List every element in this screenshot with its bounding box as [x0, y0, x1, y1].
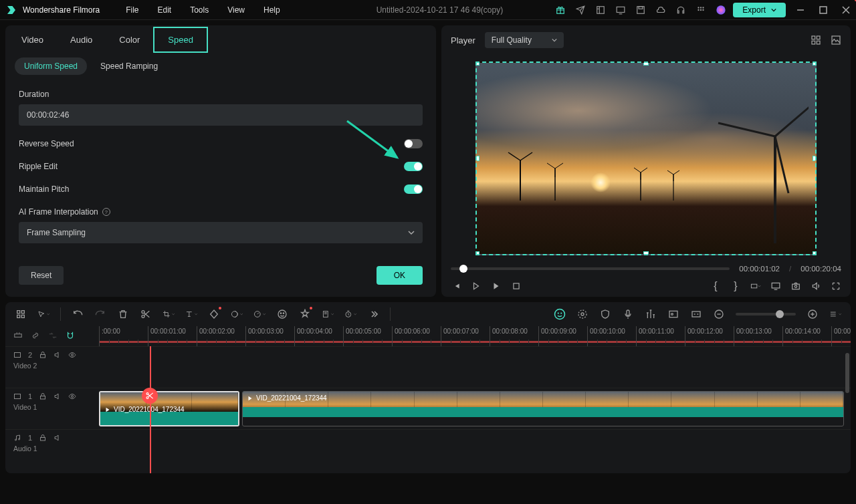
color-icon[interactable] — [231, 308, 243, 320]
clip-video1-extended[interactable]: Normal 1.00x Freeze Frame Normal 1.00x V… — [242, 391, 844, 426]
cut-indicator[interactable] — [142, 388, 158, 404]
layout-icon[interactable] — [595, 5, 606, 15]
menu-edit[interactable]: Edit — [148, 5, 181, 15]
reset-button[interactable]: Reset — [19, 266, 64, 285]
svg-point-8 — [698, 9, 699, 10]
tab-video[interactable]: Video — [8, 28, 57, 51]
ok-button[interactable]: OK — [377, 266, 423, 285]
split-icon[interactable] — [140, 308, 152, 320]
pointer-tool-icon[interactable] — [37, 308, 49, 320]
prev-frame-icon[interactable] — [451, 281, 461, 291]
mute-icon[interactable] — [54, 351, 62, 359]
fullscreen-icon[interactable] — [831, 281, 841, 291]
stop-icon[interactable] — [511, 281, 522, 291]
selection-tool-icon[interactable] — [15, 308, 27, 320]
frame-interpolation-select[interactable]: Frame Sampling — [19, 222, 423, 243]
shield-icon[interactable] — [599, 308, 611, 320]
adjust-icon[interactable] — [576, 308, 588, 320]
send-icon[interactable] — [575, 5, 586, 15]
track-content-v2[interactable] — [99, 347, 851, 388]
help-icon[interactable]: ? — [102, 208, 110, 216]
menu-file[interactable]: File — [116, 5, 148, 15]
media-icon[interactable] — [667, 308, 679, 320]
progress-bar[interactable] — [451, 267, 730, 270]
track-content-a1[interactable] — [99, 430, 851, 463]
mark-in-icon[interactable]: { — [710, 281, 721, 291]
audio-mixer-icon[interactable] — [645, 308, 657, 320]
minimize-button[interactable] — [796, 5, 805, 15]
save-icon[interactable] — [635, 5, 646, 15]
maintain-pitch-toggle[interactable] — [404, 184, 423, 194]
redo-icon[interactable] — [94, 308, 106, 320]
timeline-ruler[interactable]: :00:0000:00:01:0000:00:02:0000:00:03:000… — [99, 326, 851, 346]
magnet-icon[interactable] — [66, 331, 76, 342]
headphones-icon[interactable] — [675, 5, 686, 15]
zoom-slider[interactable] — [736, 313, 796, 316]
ai-icon[interactable] — [276, 308, 288, 320]
ratio-icon[interactable] — [750, 281, 761, 291]
timer-icon[interactable] — [344, 308, 356, 320]
play-icon[interactable] — [471, 281, 481, 291]
screen-icon[interactable] — [615, 5, 626, 15]
tab-speed[interactable]: Speed — [153, 27, 208, 53]
undo-icon[interactable] — [72, 308, 84, 320]
speed-icon[interactable] — [253, 308, 265, 320]
effects-icon[interactable] — [299, 308, 311, 320]
thumbnails-icon[interactable] — [811, 35, 821, 45]
clip-video1-selected[interactable]: VID_20221004_172344 — [99, 391, 239, 426]
playhead[interactable] — [150, 346, 151, 473]
link-icon[interactable] — [31, 331, 41, 342]
crop-icon[interactable] — [163, 308, 175, 320]
properties-panel: Video Audio Color Speed Uniform Speed Sp… — [5, 25, 436, 297]
add-track-icon[interactable] — [13, 331, 24, 342]
maximize-button[interactable] — [819, 5, 828, 15]
delete-icon[interactable] — [117, 308, 129, 320]
lock-icon[interactable] — [39, 434, 47, 442]
visible-icon[interactable] — [68, 351, 76, 359]
subtab-speed-ramping[interactable]: Speed Ramping — [91, 57, 167, 75]
grid-icon[interactable] — [696, 5, 706, 15]
transition-icon[interactable] — [48, 331, 59, 342]
gift-icon[interactable] — [555, 5, 566, 15]
display-icon[interactable] — [770, 281, 781, 291]
track-content-v1[interactable]: VID_20221004_172344 Normal 1.00x Freeze … — [99, 388, 851, 429]
profile-icon[interactable] — [716, 5, 726, 15]
menu-tools[interactable]: Tools — [181, 5, 218, 15]
volume-icon[interactable] — [811, 281, 821, 291]
text-icon[interactable] — [185, 308, 197, 320]
menu-help[interactable]: Help — [254, 5, 290, 15]
svg-point-74 — [72, 354, 74, 356]
mark-out-icon[interactable]: } — [730, 281, 741, 291]
subtab-uniform-speed[interactable]: Uniform Speed — [15, 57, 87, 75]
list-view-icon[interactable] — [829, 308, 841, 320]
next-frame-icon[interactable] — [491, 281, 502, 291]
lock-icon[interactable] — [39, 392, 47, 400]
zoom-out-icon[interactable] — [713, 308, 725, 320]
close-button[interactable] — [841, 5, 851, 15]
svg-point-9 — [701, 9, 702, 10]
preview-frame[interactable] — [475, 61, 817, 255]
marker-icon[interactable] — [322, 308, 334, 320]
visible-icon[interactable] — [68, 392, 76, 400]
more-tools-icon[interactable] — [367, 308, 379, 320]
menu-view[interactable]: View — [218, 5, 254, 15]
export-button[interactable]: Export — [733, 3, 786, 17]
tab-color[interactable]: Color — [106, 28, 153, 51]
captions-icon[interactable] — [690, 308, 702, 320]
tab-audio[interactable]: Audio — [57, 28, 106, 51]
quality-select[interactable]: Full Quality — [485, 32, 564, 48]
keyframe-icon[interactable] — [208, 308, 220, 320]
mic-icon[interactable] — [622, 308, 634, 320]
reverse-speed-toggle[interactable] — [404, 139, 423, 148]
duration-input[interactable] — [19, 104, 423, 126]
snapshot-icon[interactable] — [790, 281, 801, 291]
mute-icon[interactable] — [54, 392, 62, 400]
lock-icon[interactable] — [39, 351, 47, 359]
cloud-icon[interactable] — [655, 5, 666, 15]
ai-assistant-icon[interactable] — [554, 308, 566, 320]
ripple-edit-toggle[interactable] — [404, 162, 423, 171]
svg-line-38 — [667, 170, 673, 174]
scopes-icon[interactable] — [831, 35, 841, 45]
zoom-in-icon[interactable] — [807, 308, 819, 320]
mute-icon[interactable] — [54, 434, 62, 442]
